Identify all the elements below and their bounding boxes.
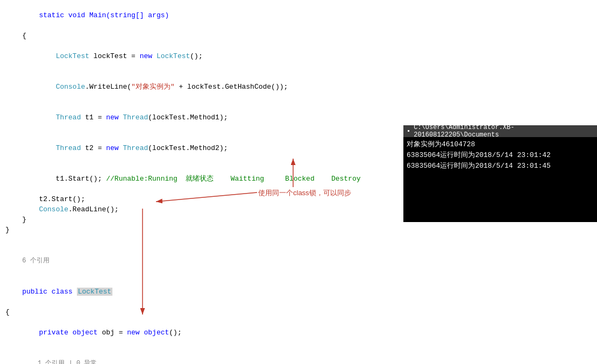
code-line: t1.Start(); //Runable:Running 就绪状态 Waitt… (5, 163, 414, 194)
code-line: Thread t2 = new Thread(lockTest.Method2)… (5, 133, 414, 163)
code-line: } (5, 215, 414, 225)
terminal-line-1: 对象实例为46104728 (407, 139, 594, 150)
code-line: public class LockTest (5, 276, 414, 307)
ref-count: 6 个引用 (5, 245, 414, 276)
code-line: Console.ReadLine(); (5, 204, 414, 215)
terminal-icon: ▪ (407, 127, 410, 135)
code-line: { (5, 307, 414, 317)
code-editor: static void Main(string[] args) { LockTe… (0, 0, 420, 364)
code-line (5, 235, 414, 245)
terminal-line-2: 63835064运行时间为2018/5/14 23:01:42 (407, 150, 594, 161)
annotation-text: 使用同一个class锁，可以同步 (258, 188, 351, 198)
code-line: Thread t1 = new Thread(lockTest.Method1)… (5, 102, 414, 133)
code-line: LockTest lockTest = new LockTest(); (5, 41, 414, 72)
terminal-window: ▪ C:\Users\Administrator.XB-201608122205… (403, 125, 597, 222)
code-line: } (5, 225, 414, 235)
code-line: Console.WriteLine("对象实例为" + lockTest.Get… (5, 72, 414, 102)
code-line: 1 个引用 | 0 异常 (5, 348, 414, 364)
code-line: { (5, 31, 414, 41)
terminal-body: 对象实例为46104728 63835064运行时间为2018/5/14 23:… (403, 137, 597, 174)
terminal-title: C:\Users\Administrator.XB-201608122205\D… (414, 124, 594, 139)
code-line: t2.Start(); (5, 194, 414, 204)
terminal-line-3: 63835064运行时间为2018/5/14 23:01:45 (407, 161, 594, 172)
terminal-titlebar: ▪ C:\Users\Administrator.XB-201608122205… (403, 125, 597, 137)
code-line: static void Main(string[] args) (5, 0, 414, 31)
code-line: private object obj = new object(); (5, 317, 414, 348)
